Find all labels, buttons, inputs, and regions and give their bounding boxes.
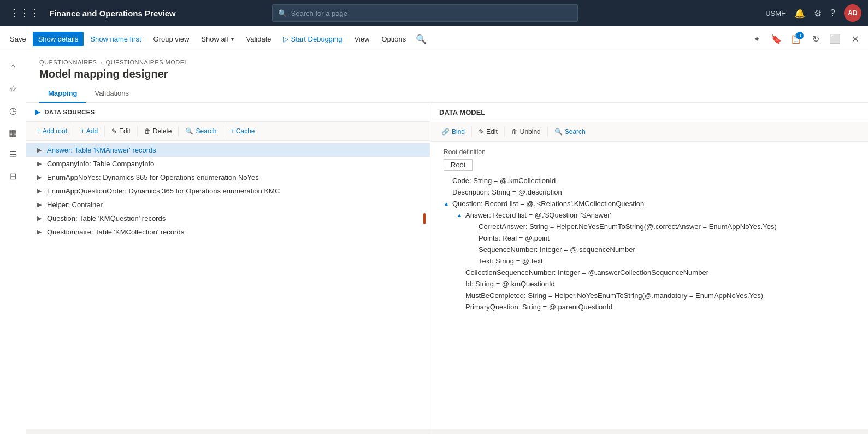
model-edit-button[interactable]: ✎ Edit: [474, 126, 502, 138]
model-item-code-text: Code: String = @.kmCollectionId: [452, 177, 556, 185]
model-item-answer: ▲ Answer: Record list = @.'$Question'.'$…: [430, 209, 868, 221]
expand-enumnoyes-icon: ▶: [37, 174, 44, 181]
notification-icon[interactable]: 🔔: [794, 8, 805, 19]
options-button[interactable]: Options: [376, 32, 411, 46]
question-indicator: [423, 213, 426, 224]
cache-button[interactable]: + Cache: [226, 125, 259, 137]
unbind-button[interactable]: 🗑 Unbind: [507, 126, 545, 138]
personalize-icon[interactable]: ✦: [748, 31, 765, 48]
left-sidebar: ⌂ ☆ ◷ ▦ ☰ ⊟: [0, 52, 26, 434]
expand-answer-model-icon: ▲: [457, 212, 463, 218]
page-header: QUESTIONNAIRES › QUESTIONNAIRES MODEL Mo…: [26, 52, 868, 103]
search-model-label: Search: [565, 128, 586, 136]
search-datasource-button[interactable]: 🔍 Search: [181, 125, 221, 137]
model-item-collectionseq: CollectionSequenceNumber: Integer = @.an…: [430, 267, 868, 278]
model-item-points-text: Points: Real = @.point: [479, 234, 550, 242]
expand-answer-icon: ▶: [37, 146, 44, 154]
edit-button[interactable]: ✎ Edit: [107, 125, 135, 137]
datasources-horizontal-scroll[interactable]: [26, 429, 430, 434]
breadcrumb-part1[interactable]: QUESTIONNAIRES: [39, 59, 97, 66]
breadcrumb-part2[interactable]: QUESTIONNAIRES MODEL: [106, 59, 188, 66]
model-item-id-text: Id: String = @.kmQuestionId: [465, 280, 555, 288]
tree-item-enumquestionorder-label: EnumAppQuestionOrder: Dynamics 365 for O…: [47, 187, 421, 195]
unbind-label: Unbind: [520, 128, 541, 136]
popout-icon[interactable]: ⬜: [826, 31, 844, 48]
model-item-text: Text: String = @.text: [430, 255, 868, 267]
tree-item-question[interactable]: ▶ Question: Table 'KMQuestion' records: [26, 212, 430, 225]
sidebar-home-icon[interactable]: ⌂: [3, 57, 23, 77]
notification-count: 0: [796, 32, 804, 39]
tab-mapping[interactable]: Mapping: [39, 85, 86, 103]
model-item-description-text: Description: String = @.description: [452, 188, 562, 196]
expand-enumquestionorder-icon: ▶: [37, 187, 44, 195]
show-name-first-button[interactable]: Show name first: [85, 32, 146, 46]
show-all-arrow-icon: ▾: [231, 36, 234, 42]
model-item-question: ▲ Question: Record list = @.'<Relations'…: [430, 198, 868, 209]
tree-item-enumnoyes[interactable]: ▶ EnumAppNoYes: Dynamics 365 for Operati…: [26, 171, 430, 184]
notification-badge-icon[interactable]: 📋 0: [787, 31, 805, 48]
nav-right: USMF 🔔 ⚙ ? AD: [765, 4, 861, 22]
tree-item-companyinfo-label: CompanyInfo: Table CompanyInfo: [47, 160, 421, 168]
data-model-tree: Root definition Root Code: String = @.km…: [430, 142, 868, 429]
save-button[interactable]: Save: [4, 32, 32, 46]
bookmark-icon[interactable]: 🔖: [767, 31, 785, 48]
delete-button[interactable]: 🗑 Delete: [140, 125, 176, 137]
tree-item-enumquestionorder[interactable]: ▶ EnumAppQuestionOrder: Dynamics 365 for…: [26, 184, 430, 198]
search-icon: 🔍: [278, 9, 287, 17]
unbind-icon: 🗑: [511, 128, 518, 136]
bind-icon: 🔗: [441, 128, 450, 136]
search-input[interactable]: [291, 9, 572, 17]
sidebar-star-icon[interactable]: ☆: [3, 79, 23, 98]
add-button[interactable]: + Add: [76, 125, 102, 137]
data-model-toolbar: 🔗 Bind ✎ Edit 🗑 Unbind 🔍: [430, 122, 868, 142]
data-sources-title: DATA SOURCES: [45, 109, 95, 115]
settings-icon[interactable]: ⚙: [814, 8, 822, 19]
expand-companyinfo-icon: ▶: [37, 160, 44, 167]
show-all-button[interactable]: Show all ▾: [196, 32, 239, 46]
sidebar-list-icon[interactable]: ☰: [3, 144, 23, 164]
datamodel-scroll[interactable]: [430, 429, 868, 434]
tree-item-helper[interactable]: ▶ Helper: Container: [26, 198, 430, 212]
group-view-button[interactable]: Group view: [148, 32, 195, 46]
data-sources-tree: ▶ Answer: Table 'KMAnswer' records ▶ Com…: [26, 141, 430, 429]
model-item-correctanswer-text: CorrectAnswer: String = Helper.NoYesEnum…: [479, 222, 777, 231]
validate-button[interactable]: Validate: [240, 32, 276, 46]
toolbar-right: ✦ 🔖 📋 0 ↻ ⬜ ✕: [748, 31, 864, 48]
content-area: QUESTIONNAIRES › QUESTIONNAIRES MODEL Mo…: [26, 52, 868, 434]
view-button[interactable]: View: [349, 32, 375, 46]
sidebar-filter-icon[interactable]: ⊟: [3, 166, 23, 186]
start-debugging-button[interactable]: ▷ Start Debugging: [277, 32, 347, 46]
model-item-description: Description: String = @.description: [430, 186, 868, 198]
sidebar-recent-icon[interactable]: ◷: [3, 101, 23, 120]
collapse-icon[interactable]: ▶: [35, 108, 40, 116]
model-edit-icon: ✎: [479, 128, 484, 136]
model-item-id: Id: String = @.kmQuestionId: [430, 278, 868, 290]
edit-icon: ✎: [111, 127, 117, 135]
tree-item-answer[interactable]: ▶ Answer: Table 'KMAnswer' records: [26, 143, 430, 157]
sidebar-dashboard-icon[interactable]: ▦: [3, 122, 23, 142]
global-search[interactable]: 🔍: [272, 4, 578, 22]
add-root-button[interactable]: + Add root: [33, 125, 72, 137]
search-toolbar-icon[interactable]: 🔍: [412, 31, 430, 48]
expand-helper-icon: ▶: [37, 201, 44, 208]
tab-validations[interactable]: Validations: [86, 85, 138, 103]
model-item-mustbecompleted: MustBeCompleted: String = Helper.NoYesEn…: [430, 290, 868, 301]
expand-question-model-icon: ▲: [444, 201, 450, 207]
add-root-label: + Add root: [37, 127, 67, 135]
data-model-pane: DATA MODEL 🔗 Bind ✎ Edit 🗑 Unbind: [430, 103, 868, 434]
help-icon[interactable]: ?: [830, 8, 835, 18]
avatar[interactable]: AD: [844, 4, 861, 22]
tree-item-questionnaire[interactable]: ▶ Questionnaire: Table 'KMCollection' re…: [26, 225, 430, 239]
debug-icon: ▷: [283, 35, 288, 43]
breadcrumb-sep: ›: [100, 59, 102, 66]
refresh-icon[interactable]: ↻: [807, 31, 824, 48]
search-model-icon: 🔍: [554, 128, 563, 136]
search-model-button[interactable]: 🔍 Search: [550, 126, 590, 138]
tree-item-companyinfo[interactable]: ▶ CompanyInfo: Table CompanyInfo: [26, 157, 430, 171]
close-icon[interactable]: ✕: [846, 31, 864, 48]
grid-menu-icon[interactable]: ⋮⋮⋮: [7, 4, 43, 22]
show-details-button[interactable]: Show details: [33, 32, 84, 46]
model-item-collectionseq-text: CollectionSequenceNumber: Integer = @.an…: [465, 268, 708, 277]
bind-button[interactable]: 🔗 Bind: [437, 126, 469, 138]
search-datasource-icon: 🔍: [185, 127, 193, 135]
